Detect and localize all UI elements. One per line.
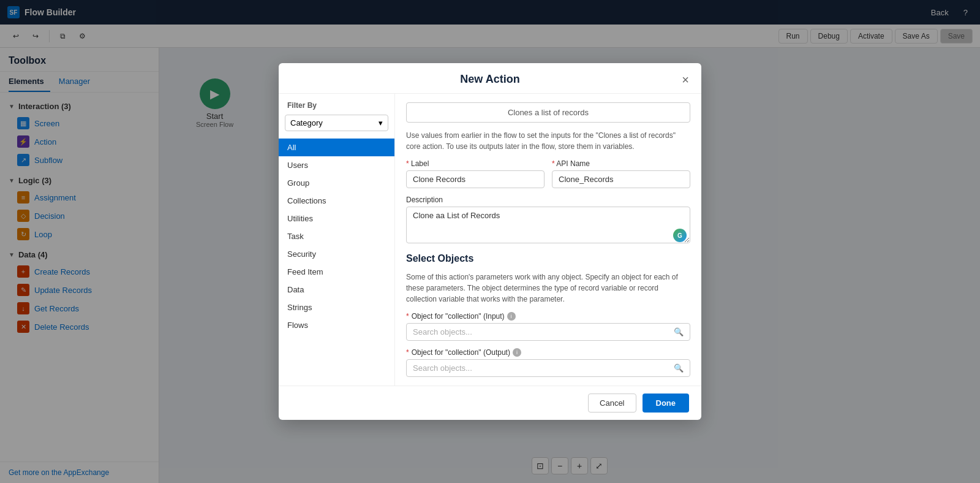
label-field-input[interactable] [406, 170, 545, 188]
filter-item-utilities[interactable]: Utilities [279, 210, 394, 227]
modal: New Action × Filter By Category ▾ All Us… [279, 63, 701, 420]
action-desc: Use values from earlier in the flow to s… [406, 130, 690, 152]
description-label: Description [406, 196, 690, 204]
input-info-icon[interactable]: i [507, 312, 516, 321]
done-button[interactable]: Done [643, 394, 690, 413]
dropdown-arrow-icon: ▾ [379, 118, 383, 127]
filter-list: All Users Group Collections Utilities Ta… [279, 139, 394, 378]
filter-item-task[interactable]: Task [279, 227, 394, 245]
description-textarea[interactable]: Clone aa List of Records [406, 207, 690, 243]
cancel-button[interactable]: Cancel [588, 394, 636, 413]
output-info-icon[interactable]: i [513, 348, 521, 357]
action-search-box: Clones a list of records [406, 102, 690, 123]
category-label: Category [290, 118, 323, 127]
api-name-req: * [552, 159, 556, 168]
form-group-description: Description Clone aa List of Records G [406, 196, 690, 246]
form-row-label-api: * Label * API Name [406, 159, 690, 188]
form-group-label: * Label [406, 159, 545, 188]
modal-header: New Action × [279, 63, 701, 94]
input-label-text: Object for "collection" (Input) [412, 312, 505, 321]
filter-item-collections[interactable]: Collections [279, 192, 394, 210]
modal-footer: Cancel Done [279, 386, 701, 420]
input-search-placeholder: Search objects... [413, 327, 472, 337]
input-object-search[interactable]: Search objects... 🔍 [406, 323, 690, 341]
filter-item-security[interactable]: Security [279, 245, 394, 263]
description-container: Clone aa List of Records G [406, 207, 690, 246]
select-objects-title: Select Objects [406, 253, 690, 264]
form-group-api-name: * API Name [552, 159, 690, 188]
search-icon-output: 🔍 [674, 363, 684, 373]
modal-overlay[interactable]: New Action × Filter By Category ▾ All Us… [0, 0, 980, 483]
output-object-field: * Object for "collection" (Output) i Sea… [406, 348, 690, 377]
label-req: * [406, 159, 411, 168]
output-search-placeholder: Search objects... [413, 363, 472, 373]
output-object-label: * Object for "collection" (Output) i [406, 348, 690, 357]
output-object-search[interactable]: Search objects... 🔍 [406, 359, 690, 377]
filter-by-label: Filter By [279, 101, 394, 115]
filter-item-group[interactable]: Group [279, 174, 394, 192]
filter-item-feed-item[interactable]: Feed Item [279, 263, 394, 281]
content-panel: Clones a list of records Use values from… [395, 94, 701, 386]
filter-item-users[interactable]: Users [279, 156, 394, 174]
filter-item-data[interactable]: Data [279, 281, 394, 299]
select-objects-desc: Some of this action's parameters work wi… [406, 272, 690, 305]
label-field-label: * Label [406, 159, 545, 168]
filter-item-strings[interactable]: Strings [279, 299, 394, 316]
filter-panel: Filter By Category ▾ All Users Group Col… [279, 94, 395, 386]
search-icon-input: 🔍 [674, 327, 684, 337]
ai-badge: G [673, 229, 687, 242]
api-name-label: * API Name [552, 159, 690, 168]
modal-title: New Action [424, 73, 557, 86]
filter-item-all[interactable]: All [279, 139, 394, 156]
filter-item-flows[interactable]: Flows [279, 316, 394, 334]
api-name-input[interactable] [552, 170, 690, 188]
input-object-field: * Object for "collection" (Input) i Sear… [406, 312, 690, 341]
modal-close-button[interactable]: × [682, 74, 689, 86]
category-dropdown[interactable]: Category ▾ [285, 115, 388, 131]
output-label-text: Object for "collection" (Output) [412, 348, 510, 357]
input-object-label: * Object for "collection" (Input) i [406, 312, 690, 321]
modal-body: Filter By Category ▾ All Users Group Col… [279, 94, 701, 386]
